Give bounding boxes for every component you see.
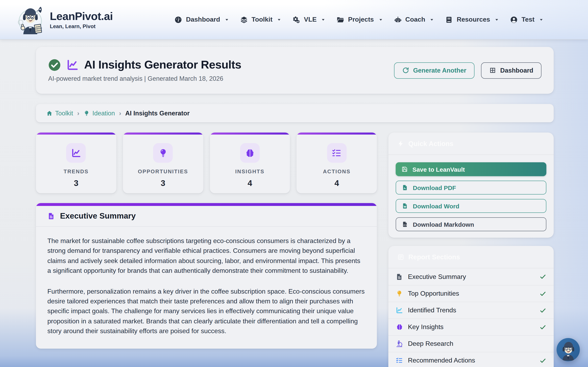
nav-item-projects[interactable]: Projects: [337, 16, 383, 24]
dashboard-button-label: Dashboard: [500, 67, 533, 74]
robot-icon: [394, 16, 402, 24]
quick-actions-panel: Quick Actions Save to LeanVault Download…: [388, 133, 554, 238]
report-sections-heading: Report Sections: [408, 253, 460, 261]
book-icon: [445, 16, 453, 24]
stat-icon-box: [153, 143, 173, 163]
stat-card-actions: ACTIONS 4: [297, 133, 377, 193]
title-row: AI Insights Generator Results: [48, 58, 241, 71]
refresh-icon: [402, 67, 409, 74]
file-lines-icon: [396, 273, 403, 280]
breadcrumb-separator: ›: [119, 109, 122, 117]
sidebar: Quick Actions Save to LeanVault Download…: [388, 133, 554, 367]
stat-accent-bar: [297, 133, 377, 134]
brain-icon: [396, 323, 403, 331]
nav-item-dashboard[interactable]: Dashboard: [174, 16, 229, 24]
brand-text: LeanPivot.ai Lean, Learn, Pivot: [50, 10, 113, 29]
bolt-icon: [397, 140, 404, 147]
download-word-label: Download Word: [413, 202, 459, 209]
nav-item-label: Coach: [405, 16, 425, 23]
page-subtitle: AI-powered market trend analysis | Gener…: [48, 75, 241, 82]
executive-summary-body: The market for sustainable coffee subscr…: [36, 227, 377, 349]
breadcrumb-toolkit[interactable]: Toolkit: [46, 109, 73, 117]
nav-menu: Dashboard Toolkit VLE Projects Coach: [174, 16, 544, 24]
results-header-card: AI Insights Generator Results AI-powered…: [36, 47, 554, 94]
check-icon: [539, 357, 546, 364]
chevron-down-icon: [495, 17, 499, 22]
breadcrumb-label: Toolkit: [55, 109, 73, 117]
section-row-top-opportunities[interactable]: Top Opportunities: [388, 285, 554, 302]
breadcrumb-ideation[interactable]: Ideation: [84, 109, 115, 117]
list-check-icon: [332, 148, 342, 158]
check-icon: [539, 273, 546, 280]
save-button-label: Save to LeanVault: [412, 166, 465, 173]
mascot-logo-icon: LEAN STARTUP CANVAS: [16, 5, 46, 34]
breadcrumb-label: Ideation: [93, 109, 115, 117]
nav-item-vle[interactable]: VLE: [293, 16, 326, 24]
download-word-button[interactable]: Download Word: [396, 199, 546, 213]
breadcrumb-current: AI Insights Generator: [125, 109, 190, 117]
breadcrumb: Toolkit › Ideation › AI Insights Generat…: [36, 104, 554, 122]
quick-actions-body: Save to LeanVault Download PDF Download …: [388, 155, 554, 238]
main-row: TRENDS 3 OPPORTUNITIES 3: [36, 133, 554, 367]
nav-item-resources[interactable]: Resources: [445, 16, 499, 24]
report-sections-list: Executive Summary Top Opportunities Iden…: [388, 268, 554, 367]
stat-value: 3: [123, 179, 203, 188]
chevron-down-icon: [321, 17, 326, 22]
stat-icon-box: [66, 143, 86, 163]
microscope-icon: [396, 340, 403, 347]
executive-summary-heading: Executive Summary: [60, 211, 136, 221]
section-label: Key Insights: [408, 323, 535, 331]
nav-item-label: Projects: [348, 16, 374, 23]
check-circle-icon: [48, 58, 61, 71]
save-to-leanvault-button[interactable]: Save to LeanVault: [396, 162, 546, 176]
stat-value: 4: [297, 179, 377, 188]
generate-another-button[interactable]: Generate Another: [394, 62, 475, 78]
section-label: Top Opportunities: [408, 290, 535, 297]
nav-item-toolkit[interactable]: Toolkit: [240, 16, 282, 24]
dashboard-button[interactable]: Dashboard: [481, 62, 541, 78]
chevron-down-icon: [225, 17, 229, 22]
download-pdf-button[interactable]: Download PDF: [396, 181, 546, 194]
nav-item-coach[interactable]: Coach: [394, 16, 434, 24]
stats-row: TRENDS 3 OPPORTUNITIES 3: [36, 133, 377, 193]
section-label: Deep Research: [408, 340, 546, 347]
stat-label: OPPORTUNITIES: [123, 168, 203, 175]
download-markdown-button[interactable]: Download Markdown: [396, 217, 546, 231]
chevron-down-icon: [277, 17, 282, 22]
report-sections-header: Report Sections: [388, 246, 554, 268]
list-check-icon: [396, 357, 403, 364]
folder-icon: [337, 16, 345, 24]
file-code-icon: [402, 221, 408, 227]
brand[interactable]: LEAN STARTUP CANVAS LeanPivot.ai: [16, 5, 113, 34]
chevron-down-icon: [430, 17, 434, 22]
stat-card-trends: TRENDS 3: [36, 133, 116, 193]
stat-value: 3: [36, 179, 116, 188]
file-word-icon: [402, 203, 408, 209]
chat-assistant-button[interactable]: [557, 338, 580, 361]
section-label: Recommended Actions: [408, 357, 535, 364]
save-icon: [401, 166, 408, 173]
generate-another-label: Generate Another: [413, 67, 466, 74]
stat-label: INSIGHTS: [210, 168, 290, 175]
home-icon: [46, 110, 53, 117]
content: AI Insights Generator Results AI-powered…: [0, 40, 588, 367]
nav-item-test-user[interactable]: Test: [510, 16, 544, 24]
section-row-deep-research[interactable]: Deep Research: [388, 335, 554, 352]
lightbulb-icon: [158, 148, 168, 158]
top-nav: LEAN STARTUP CANVAS LeanPivot.ai: [0, 0, 588, 40]
brand-name: LeanPivot.ai: [50, 10, 113, 23]
chart-line-icon: [71, 148, 81, 158]
chevron-down-icon: [378, 17, 383, 22]
section-row-recommended-actions[interactable]: Recommended Actions: [388, 352, 554, 367]
stat-accent-bar: [36, 133, 116, 134]
layers-icon: [240, 16, 248, 24]
section-row-identified-trends[interactable]: Identified Trends: [388, 302, 554, 318]
main-column: TRENDS 3 OPPORTUNITIES 3: [36, 133, 377, 349]
section-row-executive-summary[interactable]: Executive Summary: [388, 268, 554, 285]
report-icon: [397, 253, 404, 260]
stat-card-opportunities: OPPORTUNITIES 3: [123, 133, 203, 193]
section-row-key-insights[interactable]: Key Insights: [388, 318, 554, 335]
grid-icon: [489, 67, 496, 74]
stat-accent-bar: [210, 133, 290, 134]
report-sections-panel: Report Sections Executive Summary Top Op…: [388, 246, 554, 367]
